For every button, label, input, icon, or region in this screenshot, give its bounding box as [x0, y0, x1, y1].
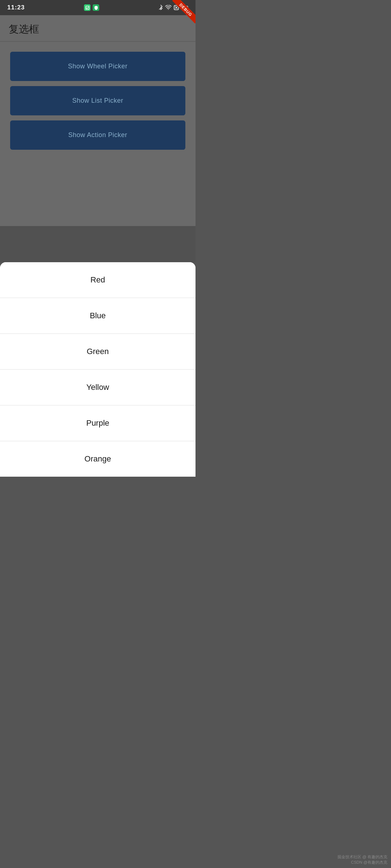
main-content: Show Wheel Picker Show List Picker Show … [0, 42, 196, 226]
show-list-picker-button[interactable]: Show List Picker [10, 86, 185, 115]
picker-item-purple[interactable]: Purple [0, 405, 196, 441]
picker-item-blue[interactable]: Blue [0, 298, 196, 334]
bottom-sheet: Red Blue Green Yellow Purple Orange [0, 262, 196, 477]
picker-item-red[interactable]: Red [0, 262, 196, 298]
picker-item-green[interactable]: Green [0, 334, 196, 370]
show-wheel-picker-button[interactable]: Show Wheel Picker [10, 52, 185, 81]
page-title: 复选框 [9, 22, 187, 36]
status-bar: 11:23 100 [0, 0, 196, 15]
picker-item-yellow[interactable]: Yellow [0, 370, 196, 405]
overlay-area [0, 226, 196, 262]
app-icon-green [84, 4, 91, 11]
picker-item-orange[interactable]: Orange [0, 441, 196, 477]
bluetooth-icon [159, 5, 163, 10]
debug-banner [170, 0, 196, 25]
status-time: 11:23 [7, 4, 25, 11]
show-action-picker-button[interactable]: Show Action Picker [10, 120, 185, 150]
app-header: 复选框 [0, 15, 196, 42]
shield-icon [93, 4, 99, 11]
status-left-icons [84, 4, 99, 11]
